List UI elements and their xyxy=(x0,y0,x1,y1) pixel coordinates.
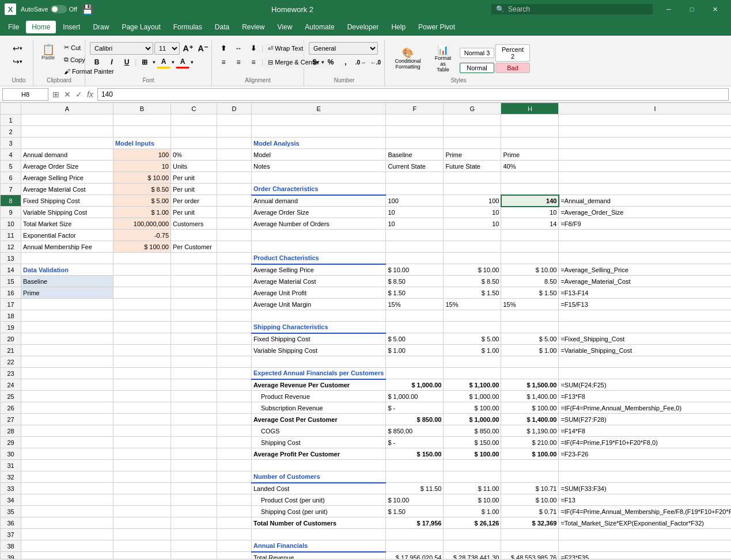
cell-8-8[interactable]: 140 xyxy=(501,195,559,207)
align-right-button[interactable]: ≡ xyxy=(247,56,260,68)
cell-5-9[interactable] xyxy=(559,161,731,172)
cell-24-5[interactable]: Average Revenue Per Customer xyxy=(252,379,386,391)
cell-26-7[interactable]: $ 100.00 xyxy=(444,402,501,414)
cell-2-4[interactable] xyxy=(217,126,252,138)
cell-23-9[interactable] xyxy=(559,368,731,379)
align-top-button[interactable]: ⬆ xyxy=(217,42,230,55)
cell-5-2[interactable]: 10 xyxy=(113,161,171,172)
cancel-icon[interactable]: ✕ xyxy=(62,89,73,100)
cell-24-1[interactable] xyxy=(21,379,113,391)
cell-10-3[interactable]: Customers xyxy=(171,218,217,230)
comma-button[interactable]: , xyxy=(339,56,353,68)
cell-30-8[interactable]: $ 100.00 xyxy=(501,448,559,460)
cell-4-2[interactable]: 100 xyxy=(113,149,171,161)
cell-26-1[interactable] xyxy=(21,402,113,414)
cell-30-5[interactable]: Average Profit Per Customer xyxy=(252,448,386,460)
cell-1-9[interactable] xyxy=(559,115,731,126)
borders-button[interactable]: ⊞ xyxy=(138,56,151,68)
menu-item-home[interactable]: Home xyxy=(26,21,56,33)
cell-5-6[interactable]: Current State xyxy=(386,161,444,172)
cell-10-6[interactable]: 10 xyxy=(386,218,444,230)
cell-27-9[interactable]: =SUM(F27:F28) xyxy=(559,414,731,425)
cell-27-4[interactable] xyxy=(217,414,252,425)
cell-16-2[interactable] xyxy=(113,287,171,299)
cell-6-4[interactable] xyxy=(217,172,252,184)
cell-36-5[interactable]: Total Number of Customers xyxy=(252,517,386,529)
fill-color-button[interactable]: A xyxy=(157,56,171,68)
cell-23-8[interactable] xyxy=(501,368,559,379)
cell-14-9[interactable]: =Average_Selling_Price xyxy=(559,264,731,276)
row-header-22[interactable]: 22 xyxy=(1,356,21,368)
cell-24-9[interactable]: =SUM(F24:F25) xyxy=(559,379,731,391)
cell-13-5[interactable]: Product Chacteristics xyxy=(252,253,386,264)
cell-15-2[interactable] xyxy=(113,276,171,287)
cell-39-5[interactable]: Total Revenue xyxy=(252,552,386,559)
normal3-style[interactable]: Normal 3 xyxy=(460,48,494,58)
cell-17-6[interactable]: 15% xyxy=(386,299,444,310)
function-icon[interactable]: fx xyxy=(85,89,95,100)
cell-5-7[interactable]: Future State xyxy=(444,161,501,172)
cell-28-3[interactable] xyxy=(171,425,217,437)
cell-2-6[interactable] xyxy=(386,126,444,138)
cell-34-4[interactable] xyxy=(217,494,252,506)
column-header-G[interactable]: G xyxy=(444,103,501,115)
cell-16-6[interactable]: $ 1.50 xyxy=(386,287,444,299)
column-header-A[interactable]: A xyxy=(21,103,113,115)
cell-17-4[interactable] xyxy=(217,299,252,310)
cell-17-3[interactable] xyxy=(171,299,217,310)
cell-36-8[interactable]: $ 32,369 xyxy=(501,517,559,529)
cell-3-8[interactable] xyxy=(501,138,559,149)
cell-17-5[interactable]: Average Unit Margin xyxy=(252,299,386,310)
cell-19-3[interactable] xyxy=(171,322,217,333)
cell-11-4[interactable] xyxy=(217,230,252,241)
cell-15-6[interactable]: $ 8.50 xyxy=(386,276,444,287)
cell-39-9[interactable]: =F23*F35 xyxy=(559,552,731,559)
cell-30-4[interactable] xyxy=(217,448,252,460)
cell-7-7[interactable] xyxy=(444,184,501,195)
cell-15-9[interactable]: =Average_Material_Cost xyxy=(559,276,731,287)
cell-32-4[interactable] xyxy=(217,471,252,483)
cell-3-3[interactable] xyxy=(171,138,217,149)
cell-7-4[interactable] xyxy=(217,184,252,195)
cell-32-5[interactable]: Number of Customers xyxy=(252,471,386,483)
cell-37-2[interactable] xyxy=(113,529,171,540)
cell-20-5[interactable]: Fixed Shipping Cost xyxy=(252,333,386,345)
cell-14-5[interactable]: Average Selling Price xyxy=(252,264,386,276)
cell-9-3[interactable]: Per unit xyxy=(171,207,217,218)
cell-5-5[interactable]: Notes xyxy=(252,161,386,172)
cell-8-1[interactable]: Fixed Shipping Cost xyxy=(21,195,113,207)
cell-2-3[interactable] xyxy=(171,126,217,138)
cell-12-6[interactable] xyxy=(386,241,444,253)
cell-26-8[interactable]: $ 100.00 xyxy=(501,402,559,414)
cell-12-9[interactable] xyxy=(559,241,731,253)
align-center-button[interactable]: ≡ xyxy=(232,56,245,68)
cell-4-1[interactable]: Annual demand xyxy=(21,149,113,161)
cell-19-2[interactable] xyxy=(113,322,171,333)
cell-17-9[interactable]: =F15/F13 xyxy=(559,299,731,310)
cell-33-4[interactable] xyxy=(217,483,252,494)
cell-38-9[interactable] xyxy=(559,540,731,552)
cell-23-1[interactable] xyxy=(21,368,113,379)
cell-16-1[interactable]: Prime xyxy=(21,287,113,299)
cell-21-8[interactable]: $ 1.00 xyxy=(501,345,559,356)
cell-21-4[interactable] xyxy=(217,345,252,356)
cell-21-1[interactable] xyxy=(21,345,113,356)
cell-13-3[interactable] xyxy=(171,253,217,264)
cell-20-7[interactable]: $ 5.00 xyxy=(444,333,501,345)
cell-24-6[interactable]: $ 1,000.00 xyxy=(386,379,444,391)
menu-item-automate[interactable]: Automate xyxy=(299,21,340,33)
number-format-select[interactable]: General xyxy=(309,42,378,55)
cell-38-5[interactable]: Annual Financials xyxy=(252,540,386,552)
cell-16-7[interactable]: $ 1.50 xyxy=(444,287,501,299)
menu-item-formulas[interactable]: Formulas xyxy=(168,21,208,33)
cell-9-7[interactable]: 10 xyxy=(444,207,501,218)
cell-32-1[interactable] xyxy=(21,471,113,483)
cell-38-6[interactable] xyxy=(386,540,444,552)
bad-style[interactable]: Bad xyxy=(495,63,530,73)
cell-30-7[interactable]: $ 100.00 xyxy=(444,448,501,460)
cell-14-2[interactable] xyxy=(113,264,171,276)
cell-2-2[interactable] xyxy=(113,126,171,138)
align-bottom-button[interactable]: ⬇ xyxy=(247,42,260,55)
cell-15-4[interactable] xyxy=(217,276,252,287)
cell-35-1[interactable] xyxy=(21,506,113,517)
